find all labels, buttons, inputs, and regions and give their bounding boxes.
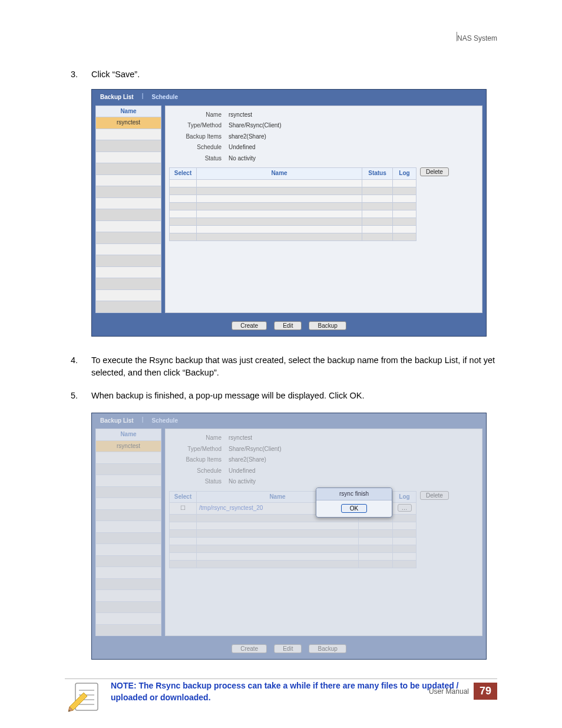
grid-col-select: Select [170,168,197,180]
tab-schedule[interactable]: Schedule [147,92,183,103]
tab-schedule[interactable]: Schedule [147,416,183,427]
edit-button[interactable]: Edit [274,321,302,330]
side-list-empty [95,186,161,198]
side-list-empty [95,521,161,533]
rsync-finish-popup: rsync finish OK [316,487,392,518]
panel-bottom-buttons: Create Edit Backup [92,642,486,654]
kv-schedule-value: Undefined [225,466,285,477]
side-list-empty [95,140,161,152]
step-5-text: When backup is finished, a pop-up messag… [91,391,364,400]
panel-bottom-buttons: Create Edit Backup [92,319,486,331]
edit-button[interactable]: Edit [274,644,302,653]
footer-page-number: 79 [474,683,497,700]
create-button[interactable]: Create [232,321,267,330]
side-list-item-rsynctest[interactable]: rsynctest [95,117,161,129]
side-list-empty [95,278,161,290]
kv-status-value: No activity [225,476,285,487]
page-footer: User Manual 79 [65,678,497,700]
step-4-text: To execute the Rsync backup that was jus… [91,355,495,377]
backup-properties: Namersynctest Type/MethodShare/Rsync(Cli… [169,110,285,164]
grid-col-log: Log [393,168,416,180]
backup-detail-area: Namersynctest Type/MethodShare/Rsync(Cli… [165,429,482,636]
backup-run-grid: Select Name Status Log [169,167,416,241]
side-list-empty [95,255,161,267]
side-list-empty [95,452,161,464]
footer-label: User Manual [429,687,469,696]
kv-type-value: Share/Rsync(Client) [225,120,285,131]
backup-app-panel-2: Backup List | Schedule Name rsynctest [91,413,487,660]
kv-items-value: share2(Share) [225,454,285,466]
side-list-empty [95,625,161,637]
step-5: When backup is finished, a pop-up messag… [65,390,497,660]
backup-button[interactable]: Backup [309,644,346,653]
step-3-text: Click “Save”. [91,70,140,79]
side-list-empty [95,498,161,510]
kv-name-label: Name [169,110,225,121]
delete-button[interactable]: Delete [420,167,449,176]
side-list-empty [95,301,161,313]
side-list-empty [95,129,161,141]
side-list-empty [95,533,161,545]
row-checkbox[interactable]: ☐ [170,503,197,515]
side-list-empty [95,487,161,499]
delete-button[interactable]: Delete [420,491,449,500]
header-product-name: NAS System [457,34,497,42]
kv-type-label: Type/Method [169,444,225,455]
tab-separator: | [142,416,144,427]
create-button[interactable]: Create [232,644,267,653]
kv-schedule-label: Schedule [169,142,225,153]
kv-status-label: Status [169,476,225,487]
side-list-empty [95,163,161,175]
tab-separator: | [142,92,144,103]
popup-ok-button[interactable]: OK [341,504,367,513]
side-list-empty [95,556,161,568]
side-list-empty [95,244,161,256]
kv-items-label: Backup Items [169,131,225,143]
side-list-empty [95,175,161,187]
side-list-empty [95,567,161,579]
backup-app-panel-1: Backup List | Schedule Name rsynctest [91,89,487,337]
side-list-empty [95,510,161,522]
popup-title: rsync finish [316,488,392,501]
side-list-item-rsynctest[interactable]: rsynctest [95,441,161,453]
side-list-empty [95,198,161,210]
kv-name-value: rsynctest [225,433,285,444]
side-list-empty [95,290,161,302]
kv-items-label: Backup Items [169,454,225,466]
step-3: Click “Save”. Backup List | Schedule Nam… [65,68,497,337]
kv-status-label: Status [169,153,225,164]
side-list-empty [95,579,161,591]
kv-status-value: No activity [225,153,285,164]
backup-button[interactable]: Backup [309,321,346,330]
backup-side-list: Name rsynctest [95,106,161,313]
side-list-empty [95,152,161,164]
kv-name-label: Name [169,433,225,444]
kv-name-value: rsynctest [225,110,285,121]
backup-detail-area: Namersynctest Type/MethodShare/Rsync(Cli… [165,106,482,313]
side-list-empty [95,267,161,279]
tab-backup-list[interactable]: Backup List [95,416,138,427]
kv-schedule-value: Undefined [225,142,285,153]
grid-col-log: Log [393,491,416,503]
side-list-empty [95,602,161,614]
grid-col-select: Select [170,491,197,503]
backup-side-list: Name rsynctest [95,429,161,636]
side-list-header: Name [95,106,161,118]
side-list-empty [95,232,161,244]
side-list-empty [95,464,161,476]
step-4: To execute the Rsync backup that was jus… [65,354,497,379]
backup-properties: Namersynctest Type/MethodShare/Rsync(Cli… [169,433,285,487]
side-list-empty [95,590,161,602]
kv-items-value: share2(Share) [225,131,285,143]
side-list-empty [95,544,161,556]
grid-col-status: Status [362,168,393,180]
side-list-empty [95,475,161,487]
row-log-button[interactable]: … [398,504,412,512]
tab-backup-list[interactable]: Backup List [95,92,138,103]
kv-type-value: Share/Rsync(Client) [225,444,285,455]
side-list-empty [95,209,161,221]
footer-divider [65,678,497,679]
side-list-header: Name [95,429,161,441]
kv-schedule-label: Schedule [169,466,225,477]
grid-col-name: Name [197,168,362,180]
